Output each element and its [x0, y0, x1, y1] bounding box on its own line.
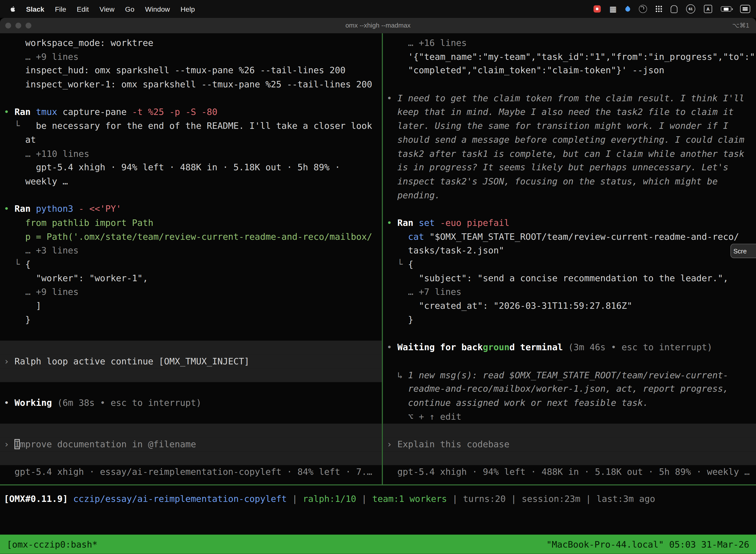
input-source-icon[interactable]: A	[704, 5, 712, 13]
text-segment	[387, 231, 408, 241]
text-segment: set	[419, 218, 435, 228]
text-segment: ›	[4, 356, 15, 366]
text-segment: readme-and-reco/mailbox/worker-1.json, a…	[387, 384, 728, 394]
text-segment: session:23m	[522, 494, 580, 504]
menu-bar-status-icons: ▦ 61 A	[593, 4, 756, 13]
screenshot-popover[interactable]: Scre	[731, 244, 756, 258]
text-segment: inspect task2's JSON, focusing on the st…	[387, 176, 717, 186]
screen-recording-icon[interactable]	[593, 5, 601, 12]
terminal-line: … +16 lines	[383, 36, 756, 50]
menu-app-name[interactable]: Slack	[21, 5, 50, 13]
menu-window[interactable]: Window	[140, 5, 175, 13]
text-segment: Explain this codebase	[397, 439, 509, 449]
terminal-line: inspect task2's JSON, focusing on the st…	[383, 174, 756, 188]
text-segment: }	[4, 315, 31, 325]
prompt-input[interactable]: › Explain this codebase	[383, 438, 756, 451]
dots-grid-icon[interactable]	[656, 6, 662, 12]
terminal-line	[383, 354, 756, 368]
text-segment: capture-pane	[57, 107, 132, 117]
terminal-line: task2 after task1 is complete, but can I…	[383, 147, 756, 161]
terminal-line: keep that in mind. Maybe I also need the…	[383, 106, 756, 119]
terminal-line: "created_at": "2026-03-31T11:59:27.816Z"	[383, 299, 756, 313]
text-segment: Ran	[15, 107, 36, 117]
text-segment: weekly …	[4, 176, 68, 186]
text-segment: -t %25 -p -S -80	[132, 107, 217, 117]
tmux-pane-left[interactable]: workspace_mode: worktree … +9 lines insp…	[0, 33, 382, 485]
window-title: omx --xhigh --madmax	[345, 18, 411, 33]
ghost-icon[interactable]	[671, 5, 677, 13]
terminal-line: gpt-5.4 xhigh · 94% left · 488K in · 5.1…	[0, 161, 382, 175]
text-segment: task2 after task1 is complete, but can I…	[387, 149, 744, 159]
text-segment: (6m 38s • esc to interrupt)	[57, 398, 201, 408]
menu-view[interactable]: View	[94, 5, 120, 13]
terminal-line: • I need to get the claim token from the…	[383, 92, 756, 106]
menu-file[interactable]: File	[50, 5, 71, 13]
desktop: Slack File Edit View Go Window Help ▦ 61…	[0, 0, 756, 554]
table-grid-icon[interactable]: ▦	[610, 5, 617, 13]
text-segment: workspace_mode: worktree	[4, 38, 153, 48]
text-segment: ⌥ + ↑ edit	[387, 411, 461, 422]
text-segment: last:3m ago	[596, 494, 655, 504]
menu-go[interactable]: Go	[120, 5, 140, 13]
apple-menu[interactable]	[9, 4, 21, 13]
terminal-line: … +7 lines	[383, 285, 756, 299]
terminal-line: … +9 lines	[0, 285, 382, 299]
terminal-line: └ be necessary for the end of the README…	[0, 119, 382, 133]
text-segment: … +16 lines	[387, 38, 467, 48]
text-segment: be necessary for the end of the README. …	[36, 121, 372, 131]
minimize-button[interactable]	[15, 22, 21, 28]
battery-icon[interactable]	[721, 6, 732, 11]
text-segment: [OMX#0.11.9]	[4, 494, 73, 504]
text-segment: ›	[4, 439, 15, 449]
text-segment: ›	[387, 439, 397, 449]
traffic-lights	[5, 22, 31, 28]
text-segment: tasks/task-2.json"	[387, 245, 504, 256]
percent-badge-icon[interactable]: 61	[686, 4, 695, 13]
terminal-line	[0, 92, 382, 106]
text-segment: … +9 lines	[4, 51, 79, 62]
close-button[interactable]	[5, 22, 11, 28]
text-segment: python3	[36, 204, 73, 214]
title-bar[interactable]: omx --xhigh --madmax ⌥⌘1	[0, 18, 756, 34]
prompt-input[interactable]: › Improve documentation in @filename	[0, 438, 382, 451]
text-segment: {	[408, 259, 414, 269]
control-center-icon[interactable]	[740, 5, 750, 13]
omx-session-status: [OMX#0.11.9] cczip/essay/ai-reimplementa…	[0, 492, 756, 506]
text-segment	[435, 218, 440, 228]
terminal-line: inspect_worker-1: omx sparkshell --tmux-…	[0, 78, 382, 92]
text-segment: (3m 46s • esc to interrupt)	[568, 342, 712, 352]
text-segment: should send a message before completing …	[387, 134, 744, 145]
terminal-line: pending.	[383, 188, 756, 202]
swirl-app-icon[interactable]	[639, 5, 647, 13]
terminal-line: ]	[0, 299, 382, 313]
text-segment: … +110 lines	[4, 149, 89, 159]
tmux-pane-right[interactable]: … +16 lines '{"team_name":"my-team","tas…	[383, 33, 756, 485]
text-segment: Working	[15, 398, 57, 408]
terminal-line: continue assigned work or next feasible …	[383, 396, 756, 410]
text-segment: pending.	[387, 190, 440, 200]
terminal-line: gpt-5.4 xhigh · 94% left · 488K in · 5.1…	[383, 465, 756, 479]
terminal-line: later. Using the same for transition mig…	[383, 119, 756, 133]
terminal-line	[383, 327, 756, 341]
menu-edit[interactable]: Edit	[71, 5, 94, 13]
text-segment: "worker": "worker-1",	[4, 273, 148, 283]
text-segment: ]	[4, 300, 42, 311]
terminal-line: • Working (6m 38s • esc to interrupt)	[0, 396, 382, 410]
blue-drop-icon[interactable]	[625, 6, 630, 11]
terminal-line: • Ran set -euo pipefail	[383, 216, 756, 230]
text-segment: team:1 workers	[372, 494, 447, 504]
text-segment: └	[4, 259, 25, 269]
terminal-line	[0, 410, 382, 424]
text-segment: from pathlib import Path	[4, 218, 153, 228]
apple-icon	[9, 4, 16, 13]
terminal-line: • Ran tmux capture-pane -t %25 -p -S -80	[0, 106, 382, 119]
menu-help[interactable]: Help	[175, 5, 200, 13]
text-segment: Waiting for back	[397, 342, 483, 352]
text-segment: |	[356, 494, 372, 504]
text-segment	[73, 204, 79, 214]
text-segment: gpt-5.4 xhigh · essay/ai-reimplementatio…	[4, 466, 372, 477]
terminal-line: • Waiting for background terminal (3m 46…	[383, 341, 756, 355]
terminal-line: from pathlib import Path	[0, 216, 382, 230]
text-segment: 1 new msg(s): read $OMX_TEAM_STATE_ROOT/…	[408, 370, 728, 380]
zoom-button[interactable]	[25, 22, 31, 28]
